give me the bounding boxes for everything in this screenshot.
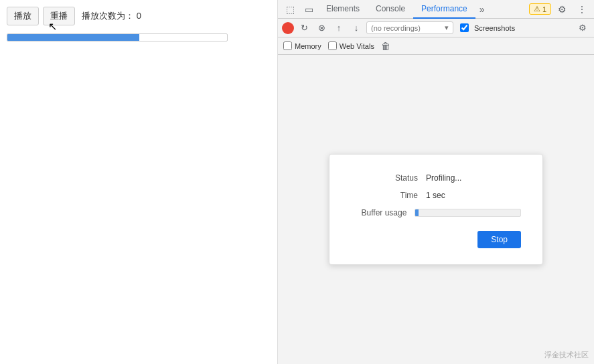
play-button[interactable]: 播放 xyxy=(7,7,39,25)
web-vitals-checkbox[interactable] xyxy=(328,41,337,50)
web-vitals-checkbox-label[interactable]: Web Vitals xyxy=(328,41,374,50)
watermark: 浮金技术社区 xyxy=(544,350,589,360)
toolbar-settings-icon[interactable]: ⚙ xyxy=(575,21,590,35)
replay-button[interactable]: 重播 xyxy=(43,7,75,25)
memory-checkbox-label[interactable]: Memory xyxy=(283,41,321,50)
buffer-bar-fill xyxy=(415,209,419,216)
profiling-dialog: Status Profiling... Time 1 sec Buffer us… xyxy=(329,154,543,265)
buffer-row: Buffer usage xyxy=(351,208,521,217)
more-options-icon[interactable]: ⋮ xyxy=(573,0,591,19)
warning-count: 1 xyxy=(542,5,546,13)
buffer-label: Buffer usage xyxy=(351,208,406,217)
play-count-label: 播放次数为： 0 xyxy=(82,10,141,22)
stop-button[interactable]: Stop xyxy=(477,231,521,248)
recordings-placeholder: (no recordings) xyxy=(371,24,421,32)
tab-performance[interactable]: Performance xyxy=(413,0,475,19)
time-label: Time xyxy=(351,191,418,200)
devtools-panel: ⬚ ▭ Elements Console Performance » ⚠ 1 ⚙… xyxy=(278,0,594,364)
upload-icon[interactable]: ↑ xyxy=(331,21,346,35)
reload-record-icon[interactable]: ↻ xyxy=(297,21,311,35)
status-value: Profiling... xyxy=(426,173,461,183)
progress-bar xyxy=(7,33,228,41)
trash-icon[interactable]: 🗑 xyxy=(381,41,390,52)
topbar-right: ⚠ 1 ⚙ ⋮ xyxy=(526,0,591,19)
warning-badge[interactable]: ⚠ 1 xyxy=(529,3,551,15)
screenshots-label[interactable]: Screenshots xyxy=(474,24,515,32)
settings-icon[interactable]: ⚙ xyxy=(552,0,571,19)
devtools-content: Status Profiling... Time 1 sec Buffer us… xyxy=(278,55,594,364)
download-icon[interactable]: ↓ xyxy=(349,21,364,35)
record-button[interactable] xyxy=(282,22,294,34)
warning-icon: ⚠ xyxy=(534,5,540,13)
device-icon[interactable]: ▭ xyxy=(299,0,318,19)
progress-bar-fill xyxy=(7,34,139,41)
inspect-icon[interactable]: ⬚ xyxy=(281,0,299,19)
tab-elements[interactable]: Elements xyxy=(318,0,368,19)
tab-console[interactable]: Console xyxy=(368,0,413,19)
more-tabs-icon[interactable]: » xyxy=(475,0,489,19)
devtools-topbar: ⬚ ▭ Elements Console Performance » ⚠ 1 ⚙… xyxy=(278,0,594,19)
left-panel: 播放 重播 播放次数为： 0 ↖ xyxy=(0,0,278,364)
recordings-dropdown-icon: ▾ xyxy=(445,23,449,32)
buffer-bar xyxy=(415,209,521,217)
screenshots-toggle: Screenshots xyxy=(460,23,515,32)
memory-checkbox[interactable] xyxy=(283,41,292,50)
screenshots-checkbox[interactable] xyxy=(460,23,469,32)
performance-toolbar2: Memory Web Vitals 🗑 xyxy=(278,37,594,55)
time-value: 1 sec xyxy=(426,191,445,200)
status-label: Status xyxy=(351,173,418,183)
left-buttons: 播放 重播 播放次数为： 0 ↖ xyxy=(7,7,271,25)
dialog-actions: Stop xyxy=(351,225,521,248)
status-row: Status Profiling... xyxy=(351,173,521,183)
performance-toolbar: ↻ ⊗ ↑ ↓ (no recordings) ▾ Screenshots ⚙ xyxy=(278,19,594,37)
time-row: Time 1 sec xyxy=(351,191,521,200)
recordings-select[interactable]: (no recordings) ▾ xyxy=(366,21,453,34)
clear-icon[interactable]: ⊗ xyxy=(314,21,329,35)
